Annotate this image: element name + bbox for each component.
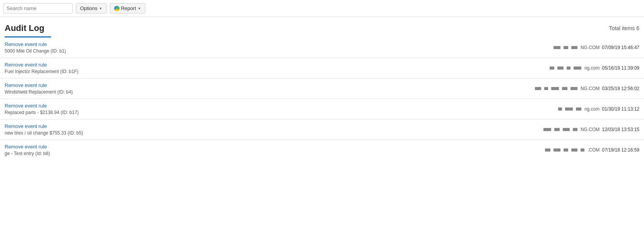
table-row: Remove event ruleWindshield Replacement … [0, 78, 644, 99]
options-chevron-icon: ▼ [99, 7, 102, 10]
event-detail: Replaced parts - $2138.94 (ID: b17) [5, 110, 275, 115]
event-rule-link[interactable]: Remove event rule [5, 144, 47, 150]
toolbar: Options ▼ Report ▼ [0, 0, 644, 17]
email-partial: NG.COM [581, 86, 600, 91]
event-date: 07/19/18 12:16:59 [602, 147, 639, 153]
event-date: 07/09/19 15:46:47 [602, 45, 639, 50]
email-partial: NG.COM [581, 45, 600, 50]
event-rule-link[interactable]: Remove event rule [5, 41, 47, 47]
redacted-user-info [557, 107, 582, 111]
total-items-label: Total items 6 [609, 25, 639, 31]
event-date: 01/30/19 11:13:12 [602, 106, 639, 112]
event-detail: Windshield Replacement (ID: b4) [5, 89, 275, 95]
redacted-user-info [544, 148, 585, 152]
event-detail: 5000 Mile Oil Change (ID: b1) [5, 48, 275, 54]
event-date: 12/03/18 13:53:15 [602, 127, 639, 132]
table-row: Remove event ruleFuel Injector Replaceme… [0, 58, 644, 78]
report-label: Report [121, 5, 136, 11]
page-title: Audit Log [5, 23, 44, 33]
table-row: Remove event rule5000 Mile Oil Change (I… [0, 38, 644, 58]
redacted-user-info [553, 46, 578, 49]
email-partial: .COM [588, 147, 600, 153]
email-partial: ng.com [584, 106, 600, 112]
event-rule-link[interactable]: Remove event rule [5, 82, 47, 88]
email-partial: ng.com [584, 65, 600, 71]
options-button[interactable]: Options ▼ [76, 3, 107, 14]
audit-table: Remove event rule5000 Mile Oil Change (I… [0, 38, 644, 160]
report-pie-icon [114, 6, 120, 11]
page-header: Audit Log Total items 6 [0, 17, 644, 36]
event-rule-link[interactable]: Remove event rule [5, 62, 47, 68]
table-row: Remove event rulege - Test entry (Id: b8… [0, 140, 644, 160]
event-rule-link[interactable]: Remove event rule [5, 123, 47, 129]
options-label: Options [80, 5, 97, 11]
event-rule-link[interactable]: Remove event rule [5, 103, 47, 109]
event-detail: new tires / oil change $755.33 (ID: b5) [5, 130, 275, 136]
table-row: Remove event rulenew tires / oil change … [0, 119, 644, 140]
redacted-user-info [534, 87, 578, 90]
event-detail: Fuel Injector Replacement (ID: b1F) [5, 69, 275, 74]
event-detail: ge - Test entry (Id: b8) [5, 151, 275, 156]
redacted-user-info [543, 128, 578, 131]
report-chevron-icon: ▼ [138, 7, 141, 10]
redacted-user-info [549, 66, 582, 70]
report-button[interactable]: Report ▼ [110, 3, 145, 14]
event-date: 05/16/19 11:39:09 [602, 65, 639, 71]
search-input[interactable] [3, 3, 73, 14]
email-partial: NG.COM [581, 127, 600, 132]
event-date: 03/25/19 12:56:02 [602, 86, 639, 91]
table-row: Remove event ruleReplaced parts - $2138.… [0, 99, 644, 119]
